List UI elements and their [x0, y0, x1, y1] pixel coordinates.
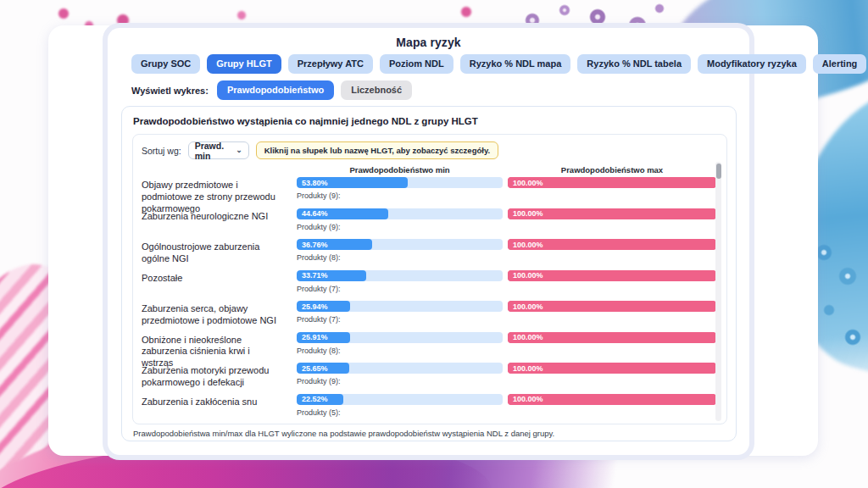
hlgt-row[interactable]: Ogólnoustrojowe zaburzenia ogólne NGI 36… [142, 239, 716, 270]
min-bar[interactable]: 25.94% [297, 301, 350, 312]
max-value-label: 100.00% [513, 395, 543, 403]
chart-view-switch: Wyświetl wykres: PrawdopodobieństwoLicze… [131, 80, 412, 100]
min-bar-track[interactable]: 33.71% [297, 270, 503, 281]
hlgt-name[interactable]: Zaburzenia i zakłócenia snu [142, 394, 292, 424]
min-bar[interactable]: 53.80% [297, 177, 408, 188]
max-bar[interactable]: 100.00% [508, 270, 716, 281]
chart-scrollbar-thumb[interactable] [716, 164, 721, 179]
min-cell: 33.71% Produkty (7): [297, 270, 503, 302]
min-bar[interactable]: 36.76% [297, 239, 372, 250]
hlgt-row[interactable]: Objawy przedmiotowe i podmiotowe ze stro… [142, 177, 716, 208]
hlgt-row[interactable]: Zaburzenia serca, objawy przedmiotowe i … [142, 301, 716, 332]
tab-ryzyko-ndl-mapa[interactable]: Ryzyko % NDL mapa [460, 54, 571, 74]
tab-grupy-hlgt[interactable]: Grupy HLGT [207, 54, 281, 74]
chart-scrollbar-track[interactable] [715, 162, 721, 421]
chevron-down-icon: ⌄ [236, 146, 242, 154]
hlgt-name[interactable]: Ogólnoustrojowe zaburzenia ogólne NGI [142, 239, 292, 270]
max-value-label: 100.00% [513, 302, 543, 311]
hlgt-row[interactable]: Obniżone i nieokreślone zaburzenia ciśni… [142, 332, 716, 363]
min-bar[interactable]: 33.71% [297, 270, 366, 281]
tab-modyfikatory-ryzyka[interactable]: Modyfikatory ryzyka [698, 54, 806, 74]
max-bar-track[interactable]: 100.00% [508, 301, 716, 312]
min-cell: 36.76% Produkty (8): [297, 239, 503, 270]
max-value-label: 100.00% [513, 364, 543, 373]
max-bar[interactable]: 100.00% [508, 177, 716, 188]
app-card: Mapa ryzyk Grupy SOCGrupy HLGTPrzepływy … [108, 28, 749, 455]
hlgt-row[interactable]: Pozostałe 33.71% Produkty (7): 100.00% [142, 270, 716, 302]
min-cell: 22.52% Produkty (5): [297, 394, 503, 424]
sort-selected-value: Prawd. min [195, 141, 236, 161]
min-bar-track[interactable]: 36.76% [297, 239, 503, 250]
sort-label: Sortuj wg: [142, 146, 181, 156]
min-value-label: 25.94% [302, 302, 328, 311]
min-bar[interactable]: 44.64% [297, 208, 388, 219]
min-bar-track[interactable]: 25.65% [297, 363, 503, 374]
sort-select[interactable]: Prawd. min ⌄ [188, 141, 249, 159]
hlgt-name[interactable]: Zaburzenia serca, objawy przedmiotowe i … [142, 301, 292, 332]
min-value-label: 22.52% [302, 395, 328, 403]
products-label: Produkty (5): [297, 408, 503, 417]
max-cell: 100.00% [508, 270, 716, 302]
hlgt-name[interactable]: Zaburzenia motoryki przewodu pokarmowego… [142, 363, 292, 394]
hlgt-row[interactable]: Zaburzenia motoryki przewodu pokarmowego… [142, 363, 716, 394]
max-bar-track[interactable]: 100.00% [508, 270, 716, 281]
view-switch-options: PrawdopodobieństwoLiczebność [217, 80, 412, 100]
tab-poziom-ndl[interactable]: Poziom NDL [380, 54, 453, 74]
max-bar-track[interactable]: 100.00% [508, 332, 716, 343]
products-label: Produkty (9): [297, 191, 503, 200]
hint-box: Kliknij na słupek lub nazwę HLGT, aby zo… [256, 141, 498, 159]
min-bar-track[interactable]: 25.91% [297, 332, 503, 343]
max-bar-track[interactable]: 100.00% [508, 177, 716, 188]
column-header-min: Prawdopodobieństwo min [297, 165, 503, 175]
min-cell: 44.64% Produkty (9): [297, 208, 503, 240]
max-cell: 100.00% [508, 394, 716, 424]
probability-section: Prawdopodobieństwo wystąpienia co najmni… [121, 106, 737, 441]
tabs: Grupy SOCGrupy HLGTPrzepływy ATCPoziom N… [131, 54, 732, 74]
max-bar[interactable]: 100.00% [508, 208, 716, 219]
max-bar-track[interactable]: 100.00% [508, 363, 716, 374]
min-bar-track[interactable]: 44.64% [297, 208, 503, 219]
view-button-prawdopodobienstwo[interactable]: Prawdopodobieństwo [217, 80, 334, 100]
min-value-label: 25.91% [302, 333, 328, 341]
view-switch-label: Wyświetl wykres: [131, 86, 209, 96]
max-bar[interactable]: 100.00% [508, 363, 716, 374]
section-title: Prawdopodobieństwo wystąpienia co najmni… [133, 116, 478, 126]
min-bar-track[interactable]: 22.52% [297, 394, 503, 405]
max-value-label: 100.00% [513, 333, 543, 341]
max-bar[interactable]: 100.00% [508, 394, 716, 405]
max-bar[interactable]: 100.00% [508, 239, 716, 250]
tab-alerting[interactable]: Alerting [813, 54, 867, 74]
hlgt-row[interactable]: Zaburzenia neurologiczne NGI 44.64% Prod… [142, 208, 716, 240]
max-cell: 100.00% [508, 363, 716, 394]
hlgt-name[interactable]: Pozostałe [142, 270, 292, 302]
products-label: Produkty (7): [297, 315, 503, 324]
max-bar[interactable]: 100.00% [508, 332, 716, 343]
products-label: Produkty (7): [297, 285, 503, 293]
max-bar-track[interactable]: 100.00% [508, 394, 716, 405]
max-bar-track[interactable]: 100.00% [508, 208, 716, 219]
max-bar[interactable]: 100.00% [508, 301, 716, 312]
page-title: Mapa ryzyk [108, 36, 749, 49]
min-bar-track[interactable]: 53.80% [297, 177, 503, 188]
footnote: Prawdopodobieństwa min/max dla HLGT wyli… [133, 429, 554, 438]
min-bar[interactable]: 25.91% [297, 332, 350, 343]
products-label: Produkty (8): [297, 253, 503, 262]
tab-grupy-soc[interactable]: Grupy SOC [131, 54, 200, 74]
hlgt-name[interactable]: Zaburzenia neurologiczne NGI [142, 208, 292, 240]
chart-panel: Sortuj wg: Prawd. min ⌄ Kliknij na słupe… [132, 134, 727, 424]
min-bar-track[interactable]: 25.94% [297, 301, 503, 312]
max-value-label: 100.00% [513, 241, 543, 249]
min-value-label: 36.76% [302, 241, 328, 249]
min-bar[interactable]: 22.52% [297, 394, 343, 405]
tab-przeplywy-atc[interactable]: Przepływy ATC [288, 54, 373, 74]
hlgt-row[interactable]: Zaburzenia i zakłócenia snu 22.52% Produ… [142, 394, 716, 424]
tab-ryzyko-ndl-tabela[interactable]: Ryzyko % NDL tabela [577, 54, 691, 74]
max-cell: 100.00% [508, 239, 716, 270]
min-cell: 25.94% Produkty (7): [297, 301, 503, 332]
min-value-label: 33.71% [302, 271, 328, 280]
view-button-liczebnosc[interactable]: Liczebność [341, 80, 412, 100]
max-cell: 100.00% [508, 208, 716, 240]
min-bar[interactable]: 25.65% [297, 363, 349, 374]
max-bar-track[interactable]: 100.00% [508, 239, 716, 250]
spacer [142, 165, 292, 175]
